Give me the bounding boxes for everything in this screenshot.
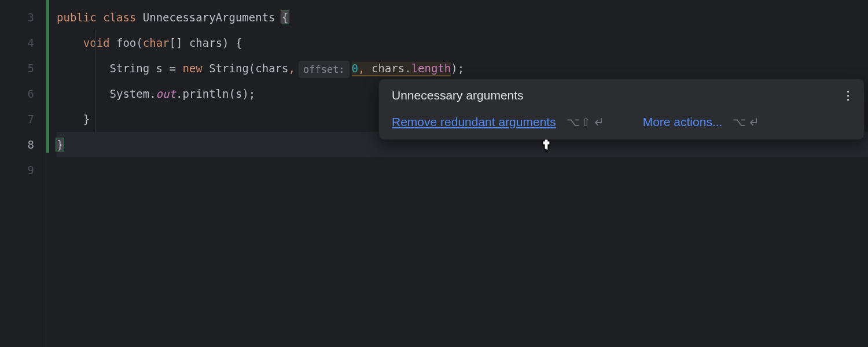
comma: , [358,62,365,75]
inspection-popup: Unnecessary arguments Remove redundant a… [378,79,865,140]
comma: , [289,62,295,75]
code-line[interactable]: public class UnnecessaryArguments { [57,5,868,30]
argument: chars [255,62,288,75]
dot: . [404,62,411,75]
line-number: 3 [0,5,34,30]
method-name: foo [116,36,136,49]
paren-close: ) [451,62,457,75]
warning-argument: 0, chars.length [352,62,451,76]
line-number-current: 8 [0,132,34,157]
inspection-actions: Remove redundant arguments ⌥⇧ More actio… [392,115,851,129]
code-line-empty[interactable] [57,157,868,183]
variable: s [156,62,163,75]
line-number: 4 [0,30,34,56]
line-number-gutter: 3 4 5 6 7 8 9 [0,0,46,347]
dot: . [176,87,182,100]
parameter: chars [189,36,222,49]
paren-open: ( [249,62,255,75]
equals: = [170,62,176,75]
indent-guide [95,30,95,56]
code-area[interactable]: public class UnnecessaryArguments { void… [46,0,868,347]
shortcut-hint: ⌥⇧ [567,115,604,129]
brackets: [] [170,36,183,49]
indent-guide [95,106,95,132]
static-field: out [156,87,176,100]
type: char [143,36,170,49]
paren-open: ( [229,87,235,100]
shortcut-hint: ⌥ [733,115,759,129]
argument: s [236,87,242,100]
more-actions-link[interactable]: More actions... [643,115,723,129]
parameter-hint: offset: [299,61,350,78]
code-editor[interactable]: 3 4 5 6 7 8 9 public class UnnecessaryAr… [0,0,868,347]
line-number: 7 [0,106,34,132]
inspection-title: Unnecessary arguments [392,88,851,102]
code-line[interactable]: String s = new String(chars,offset:0, ch… [57,56,868,81]
shift-key-icon: ⇧ [581,115,591,129]
line-number: 9 [0,157,34,183]
brace-close: } [56,138,64,152]
more-options-icon[interactable] [842,88,854,102]
keyword: class [103,11,136,24]
paren-open: ( [136,36,142,49]
indent-guide [95,81,95,106]
semicolon: ; [249,87,255,100]
fix-action-link[interactable]: Remove redundant arguments [392,115,556,129]
brace-close: } [83,113,90,125]
change-marker [46,0,49,153]
class-ref: System [110,87,150,100]
line-number: 5 [0,56,34,81]
number-literal: 0 [352,62,358,75]
brace-open: { [281,10,289,24]
line-number: 6 [0,81,34,106]
field-access: length [411,62,451,75]
type: String [110,62,150,75]
opt-key-icon: ⌥ [733,115,746,129]
class-name: UnnecessaryArguments [143,11,275,24]
keyword: void [83,36,110,49]
constructor: String [209,62,249,75]
enter-key-icon [747,117,759,127]
brace-open: { [236,36,242,49]
paren-close: ) [222,36,229,49]
code-line[interactable]: void foo(char[] chars) { [57,30,868,56]
enter-key-icon [592,117,604,127]
argument: chars [372,62,404,75]
paren-close: ) [242,87,248,100]
dot: . [149,87,156,100]
method-call: println [182,87,229,100]
semicolon: ; [458,62,464,75]
keyword: new [182,62,202,75]
opt-key-icon: ⌥ [567,115,580,129]
indent-guide [95,56,95,81]
keyword: public [57,11,97,24]
